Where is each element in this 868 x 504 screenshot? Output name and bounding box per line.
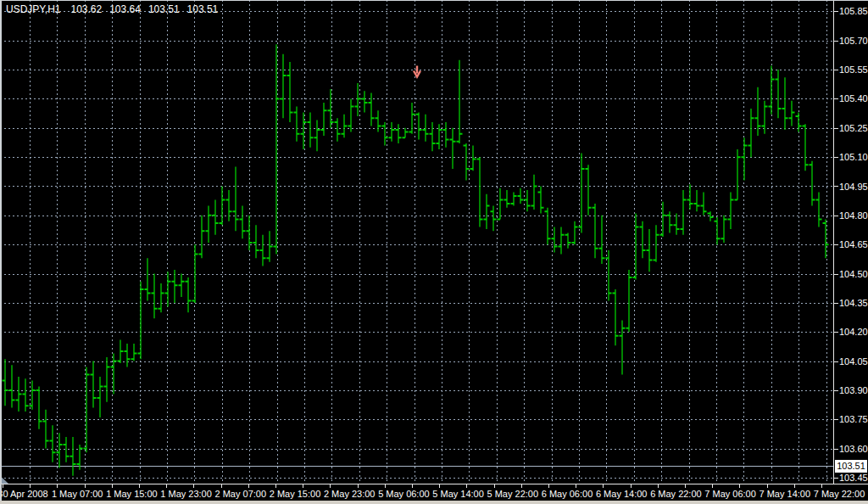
time-axis-label: 1 May 23:00 [160, 489, 212, 499]
price-axis-label: 105.25 [839, 123, 868, 133]
time-axis-label: 30 Apr 2008 [0, 489, 48, 499]
sell-arrow-marker[interactable] [414, 66, 420, 77]
price-axis-label: 105.40 [839, 93, 868, 104]
price-axis-label: 103.45 [839, 473, 868, 483]
axis-frame[interactable] [0, 0, 868, 484]
price-axis-label: 103.60 [839, 444, 868, 454]
time-axis-label: 6 May 06:00 [542, 489, 593, 499]
price-axis-label: 104.80 [839, 210, 868, 221]
price-axis-label: 104.05 [839, 356, 868, 367]
time-axis-label: 2 May 15:00 [270, 489, 321, 499]
price-axis[interactable]: 105.85105.70105.55105.40105.25105.10104.… [834, 6, 868, 483]
time-axis-label: 7 May 22:00 [814, 489, 865, 499]
price-axis-label: 104.95 [839, 182, 868, 192]
time-axis-label: 5 May 14:00 [432, 489, 484, 499]
symbol-period-label: USDJPY,H1 [6, 4, 60, 14]
time-axis-label: 2 May 07:00 [215, 489, 267, 499]
time-axis-label: 6 May 14:00 [596, 489, 648, 499]
quote-open: 103.62 [70, 4, 102, 14]
time-axis-label: 5 May 06:00 [378, 489, 430, 499]
price-chart-svg[interactable]: 105.85105.70105.55105.40105.25105.10104.… [0, 0, 868, 504]
current-price-badge: 103.51 [835, 460, 867, 473]
price-axis-label: 104.50 [839, 269, 868, 279]
chart-window: 105.85105.70105.55105.40105.25105.10104.… [0, 0, 868, 504]
time-axis-label: 7 May 14:00 [760, 489, 811, 499]
price-axis-label: 103.90 [839, 385, 868, 395]
quote-high: 103.64 [109, 4, 141, 14]
price-axis-label: 103.75 [839, 414, 868, 424]
time-axis-label: 2 May 23:00 [324, 489, 376, 499]
window-border-left [0, 0, 2, 504]
time-axis-label: 5 May 22:00 [487, 489, 539, 499]
window-border-top [0, 0, 868, 1]
time-axis-label: 1 May 15:00 [106, 489, 158, 499]
price-axis-label: 104.65 [839, 239, 868, 249]
price-axis-label: 104.35 [839, 298, 868, 308]
quote-close: 103.51 [187, 4, 219, 14]
time-axis-label: 7 May 06:00 [704, 489, 756, 499]
chart-title: USDJPY,H1 103.62 103.64 103.51 103.51 [6, 4, 218, 14]
quote-low: 103.51 [148, 4, 180, 14]
price-axis-label: 105.10 [839, 152, 868, 162]
time-axis[interactable]: 30 Apr 20081 May 07:001 May 15:001 May 2… [0, 484, 865, 500]
status-strip [0, 501, 868, 504]
down-arrow-icon [414, 66, 420, 77]
time-axis-label: 6 May 22:00 [650, 489, 702, 499]
price-axis-label: 105.85 [839, 6, 868, 16]
time-axis-label: 1 May 07:00 [52, 489, 103, 499]
bar-open-close-ticks [3, 76, 829, 464]
price-axis-label: 104.20 [839, 327, 868, 337]
price-axis-label: 105.70 [839, 36, 868, 46]
price-axis-label: 105.55 [839, 64, 868, 75]
